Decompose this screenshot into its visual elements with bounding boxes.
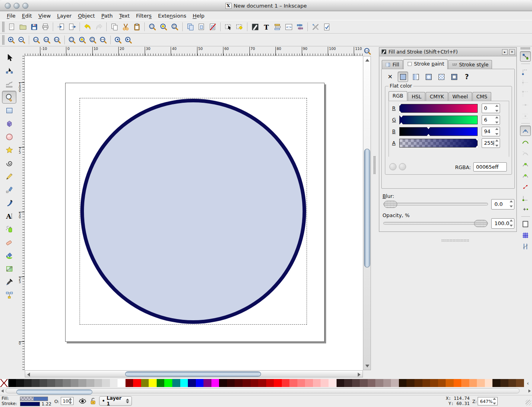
palette-swatch[interactable] — [164, 379, 172, 387]
zoom-page-width-button[interactable] — [98, 35, 108, 45]
palette-swatch[interactable] — [78, 379, 86, 387]
menu-text[interactable]: Text — [116, 12, 132, 20]
snap-bbox-centers-button[interactable] — [520, 111, 531, 121]
zoom-to-fit-drawing-button[interactable] — [158, 21, 169, 32]
connector-tool-button[interactable] — [2, 289, 16, 301]
palette-swatch[interactable] — [492, 379, 500, 387]
palette-swatch[interactable] — [118, 379, 126, 387]
palette-swatch[interactable] — [141, 379, 149, 387]
palette-swatch[interactable] — [196, 379, 204, 387]
r-slider[interactable] — [399, 104, 478, 113]
palette-swatch[interactable] — [375, 379, 383, 387]
a-spinbox[interactable]: 255 — [482, 138, 500, 148]
palette-swatch[interactable] — [344, 379, 352, 387]
color-tab-cmyk[interactable]: CMYK — [426, 92, 448, 101]
snap-midpoints-button[interactable] — [520, 182, 531, 192]
bucket-tool-button[interactable] — [2, 249, 16, 262]
palette-swatch[interactable] — [203, 379, 211, 387]
palette-swatch[interactable] — [282, 379, 290, 387]
palette-swatch[interactable] — [32, 379, 40, 387]
palette-swatch[interactable] — [446, 379, 454, 387]
layers-dialog-button[interactable] — [272, 21, 283, 32]
zoom-spinbox[interactable]: 647% — [478, 397, 498, 405]
xml-editor-button[interactable]: <> — [283, 21, 294, 32]
palette-swatch[interactable] — [211, 379, 219, 387]
node-tool-button[interactable] — [2, 64, 16, 77]
palette-scroll-left-arrow[interactable] — [1, 389, 4, 393]
redo-button[interactable] — [93, 21, 104, 32]
scroll-up-arrow[interactable] — [365, 59, 369, 62]
layer-lock-icon[interactable] — [89, 397, 97, 405]
palette-swatch[interactable] — [133, 379, 141, 387]
opacity-spinbox[interactable]: 100.0 — [491, 218, 514, 229]
text-dialog-button[interactable]: T — [261, 21, 272, 32]
menu-view[interactable]: View — [36, 12, 54, 20]
tab-fill[interactable]: Fill — [382, 60, 403, 69]
blur-slider-handle[interactable] — [384, 201, 397, 208]
open-document-button[interactable] — [17, 21, 28, 32]
flat-color-button[interactable] — [398, 72, 408, 82]
dock-splitter-grip[interactable] — [373, 156, 376, 174]
save-document-button[interactable] — [28, 21, 40, 32]
selector-tool-button[interactable] — [2, 51, 16, 64]
window-resize-grip[interactable] — [526, 400, 531, 405]
snap-path-intersections-button[interactable] — [520, 148, 531, 158]
menu-edit[interactable]: Edit — [19, 12, 35, 20]
palette-more-button[interactable]: ‹ — [524, 379, 532, 387]
snap-smooth-nodes-button[interactable] — [520, 170, 531, 181]
menu-file[interactable]: File — [4, 12, 18, 20]
palette-swatch[interactable] — [274, 379, 282, 387]
calligraphy-tool-button[interactable] — [2, 196, 16, 209]
rectangle-tool-button[interactable] — [2, 104, 16, 117]
dropper-tool-button[interactable] — [2, 275, 16, 288]
horizontal-scrollbar[interactable] — [25, 370, 363, 377]
palette-swatch[interactable] — [289, 379, 297, 387]
palette-swatch[interactable] — [8, 379, 16, 387]
g-slider[interactable] — [399, 116, 478, 124]
palette-swatch[interactable] — [329, 379, 337, 387]
text-tool-button[interactable]: A — [2, 209, 16, 222]
palette-swatch[interactable] — [368, 379, 376, 387]
menu-help[interactable]: Help — [190, 12, 207, 20]
create-clone-button[interactable] — [196, 21, 207, 32]
ellipse-tool-button[interactable] — [2, 130, 16, 143]
color-picker-button[interactable] — [389, 163, 397, 170]
menu-object[interactable]: Object — [75, 12, 98, 20]
zoom-to-fit-page-button[interactable] — [169, 21, 180, 32]
menu-path[interactable]: Path — [98, 12, 116, 20]
palette-swatch[interactable] — [360, 379, 368, 387]
rgba-input[interactable]: 00065eff — [473, 162, 507, 172]
tab-stroke-style[interactable]: Stroke style — [448, 60, 492, 69]
palette-swatch[interactable] — [227, 379, 235, 387]
document-properties-button[interactable] — [321, 21, 332, 32]
object-opacity-spinbox[interactable]: 100 — [61, 397, 74, 405]
snap-guides-button[interactable] — [520, 241, 531, 251]
palette-swatch[interactable] — [55, 379, 63, 387]
gradient-tool-button[interactable] — [2, 262, 16, 275]
palette-swatch[interactable] — [251, 379, 259, 387]
panel-resize-grip[interactable] — [441, 239, 469, 242]
deselect-button[interactable] — [234, 21, 245, 32]
zoom-1-2-button[interactable]: 1:2 — [42, 35, 52, 45]
palette-swatch[interactable] — [391, 379, 399, 387]
color-tab-cms[interactable]: CMS — [472, 92, 491, 101]
zoom-to-fit-selection-button[interactable] — [147, 21, 158, 32]
opacity-slider[interactable] — [383, 222, 488, 225]
palette-swatch[interactable] — [313, 379, 321, 387]
palette-swatch[interactable] — [469, 379, 477, 387]
pattern-button[interactable] — [436, 72, 446, 82]
palette-swatch[interactable] — [508, 379, 516, 387]
paste-button[interactable] — [131, 21, 142, 32]
align-distribute-button[interactable] — [294, 21, 305, 32]
palette-swatch[interactable] — [454, 379, 462, 387]
color-tab-hsl[interactable]: HSL — [408, 92, 425, 101]
swatch-button[interactable] — [449, 72, 459, 82]
snap-to-paths-button[interactable] — [520, 137, 531, 147]
palette-swatch[interactable] — [180, 379, 188, 387]
palette-swatch[interactable] — [235, 379, 243, 387]
palette-swatch[interactable] — [430, 379, 438, 387]
zoom-page-button[interactable] — [88, 35, 98, 45]
panel-menu-button[interactable]: ▸ — [502, 49, 508, 55]
stroke-width-value[interactable]: 1.22 — [42, 401, 52, 407]
palette-swatch[interactable] — [219, 379, 227, 387]
